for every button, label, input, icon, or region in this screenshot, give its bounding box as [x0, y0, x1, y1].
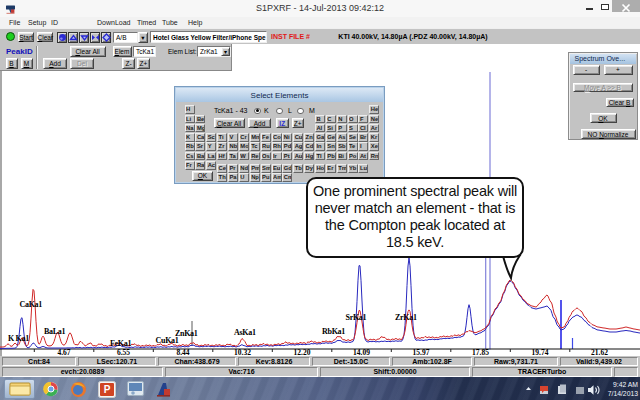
svg-text:P: P [104, 384, 111, 395]
